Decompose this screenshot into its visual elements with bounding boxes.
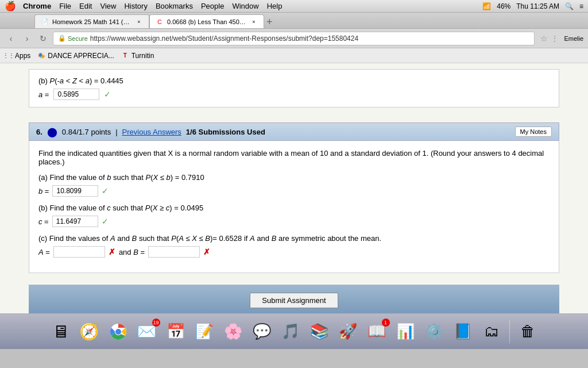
q6-a-input[interactable]	[52, 185, 98, 197]
dock-messages[interactable]: 💬	[249, 319, 275, 345]
tab-1[interactable]: C 0.0668 (b) Less Than 450 Hr ... ×	[149, 14, 264, 28]
dock-calendar[interactable]: 📅	[163, 319, 189, 345]
q6-b-check-icon: ✓	[102, 217, 109, 226]
forward-button[interactable]: ›	[21, 32, 33, 45]
q6-prompt: Find the indicated quantities given that…	[38, 149, 550, 166]
tabbar: 📄 Homework 25 Math 141 (Sec... × C 0.066…	[0, 13, 588, 29]
q6-part-a: (a) Find the value of b such that P(X ≤ …	[38, 173, 550, 197]
svg-point-2	[115, 329, 121, 335]
q6-c-b-input[interactable]	[148, 246, 200, 258]
dock-chrome[interactable]	[105, 319, 131, 345]
dock-photos[interactable]: 🌸	[220, 319, 246, 345]
prob-b-label: (b)	[38, 76, 50, 85]
q6-body: Find the indicated quantities given that…	[29, 141, 559, 273]
dock-mail-badge: 19	[152, 319, 160, 327]
address-bar[interactable]: 🔒 Secure https://www.webassign.net/web/S…	[53, 32, 535, 45]
history-menu[interactable]: History	[124, 2, 147, 10]
q6-points: 0.84/1.7 points	[62, 128, 111, 136]
tab-0-close[interactable]: ×	[135, 18, 143, 26]
q6-c-a-input[interactable]	[53, 246, 105, 258]
q6-number: 6.	[36, 128, 42, 136]
dock-kindle[interactable]: 📖 1	[363, 319, 390, 345]
chrome-menu[interactable]: Chrome	[23, 2, 51, 10]
bookmark-star[interactable]: ☆	[540, 34, 548, 43]
q6-part-a-answer: b = ✓	[38, 185, 550, 197]
addressbar: ‹ › ↻ 🔒 Secure https://www.webassign.net…	[0, 29, 588, 48]
q6-a-var-label: b =	[38, 187, 49, 195]
dock-trash[interactable]: 🗑	[514, 319, 541, 345]
dock-word[interactable]: 📘	[450, 319, 476, 345]
dock-notes[interactable]: 📝	[191, 319, 218, 345]
a-input[interactable]	[53, 89, 99, 100]
apps-icon: ⋮⋮	[5, 52, 13, 60]
q6-part-b-label: (b) Find the value of c such that P(X ≥ …	[38, 204, 550, 212]
refresh-button[interactable]: ↻	[37, 32, 49, 45]
dock-safari[interactable]: 🧭	[76, 319, 103, 345]
help-menu[interactable]: Help	[267, 2, 283, 10]
q6-part-b-answer: c = ✓	[38, 216, 550, 227]
bookmark-turnitin[interactable]: T Turnitin	[121, 52, 154, 60]
my-notes-button[interactable]: My Notes	[515, 126, 552, 137]
apple-menu[interactable]: 🍎	[5, 1, 16, 12]
bookmark-dance[interactable]: 🎭 DANCE APPRECIA...	[37, 52, 114, 60]
back-button[interactable]: ‹	[5, 32, 17, 45]
dock-mail[interactable]: ✉️ 19	[134, 319, 160, 345]
bookmarksbar: ⋮⋮ Apps 🎭 DANCE APPRECIA... T Turnitin	[0, 48, 588, 63]
secure-icon: 🔒	[58, 34, 66, 42]
dock: 🖥 🧭 ✉️ 19 📅 📝 🌸 💬 🎵 📚 🚀	[0, 313, 588, 349]
new-tab-button[interactable]: +	[266, 16, 273, 28]
q6-points-icon: ⬤	[47, 126, 57, 137]
bookmark-apps[interactable]: ⋮⋮ Apps	[5, 52, 30, 60]
bookmarks-menu[interactable]: Bookmarks	[156, 2, 193, 10]
tab-1-favicon: C	[156, 18, 164, 26]
battery-indicator: 46%	[497, 2, 510, 10]
spotlight-icon[interactable]: 🔍	[565, 2, 574, 10]
q6-part-c: (c) Find the values of A and B such that…	[38, 234, 550, 258]
problem-top-section: (b) P(-a < Z < a) = 0.4445 a = ✓	[29, 69, 559, 108]
file-menu[interactable]: File	[59, 2, 71, 10]
q6-separator: |	[115, 128, 117, 136]
main-content: (b) P(-a < Z < a) = 0.4445 a = ✓ 6. ⬤ 0.…	[0, 63, 588, 313]
q6-prev-answers[interactable]: Previous Answers	[122, 128, 181, 136]
q6-submissions: 1/6 Submissions Used	[186, 128, 265, 136]
q6-right: My Notes	[515, 126, 552, 137]
q6-b-var-label: c =	[38, 217, 49, 226]
bookmark-apps-label: Apps	[15, 52, 30, 60]
dock-finder[interactable]: 🖥	[48, 319, 74, 345]
clock: Thu 11:25 AM	[516, 2, 559, 10]
address-right: ☆ ⋮	[540, 34, 558, 43]
dock-desktops[interactable]: 🗂	[478, 319, 505, 345]
dock-launchpad[interactable]: 🚀	[335, 319, 361, 345]
people-menu[interactable]: People	[201, 2, 224, 10]
window-menu[interactable]: Window	[232, 2, 258, 10]
menubar: 🍎 Chrome File Edit View History Bookmark…	[0, 0, 588, 13]
q6-header: 6. ⬤ 0.84/1.7 points | Previous Answers …	[29, 122, 559, 141]
tab-1-close[interactable]: ×	[250, 18, 258, 26]
turnitin-icon: T	[121, 52, 129, 60]
q6-c-b-cross-icon: ✗	[203, 247, 210, 256]
q6-b-input[interactable]	[52, 216, 98, 227]
dock-system-prefs[interactable]: ⚙️	[421, 319, 447, 345]
q6-part-b: (b) Find the value of c such that P(X ≥ …	[38, 204, 550, 227]
user-profile[interactable]: Emelie	[564, 35, 583, 42]
edit-menu[interactable]: Edit	[79, 2, 92, 10]
q6-a-check-icon: ✓	[102, 186, 109, 195]
dance-icon: 🎭	[37, 52, 45, 60]
secure-label: Secure	[68, 35, 88, 42]
extensions-icon[interactable]: ⋮	[551, 34, 558, 43]
q6-c-a-label: A =	[38, 248, 50, 256]
q6-part-a-label: (a) Find the value of b such that P(X ≤ …	[38, 173, 550, 182]
view-menu[interactable]: View	[100, 2, 116, 10]
q6-part-c-answer: A = ✗ and B = ✗	[38, 246, 550, 258]
dock-ibooks[interactable]: 📚	[306, 319, 332, 345]
menubar-right: 📶 46% Thu 11:25 AM 🔍 ≡	[482, 2, 583, 10]
dock-kindle-badge: 1	[382, 319, 390, 327]
dock-powerpoint[interactable]: 📊	[392, 319, 419, 345]
menubar-list-icon[interactable]: ≡	[579, 2, 583, 10]
q6-part-c-label: (c) Find the values of A and B such that…	[38, 234, 550, 243]
prob-b-math: P(-a < Z < a) = 0.4445	[50, 76, 123, 85]
dock-itunes[interactable]: 🎵	[277, 319, 304, 345]
tab-0-favicon: 📄	[41, 18, 49, 26]
submit-button[interactable]: Submit Assignment	[250, 293, 338, 308]
tab-0[interactable]: 📄 Homework 25 Math 141 (Sec... ×	[34, 14, 149, 28]
